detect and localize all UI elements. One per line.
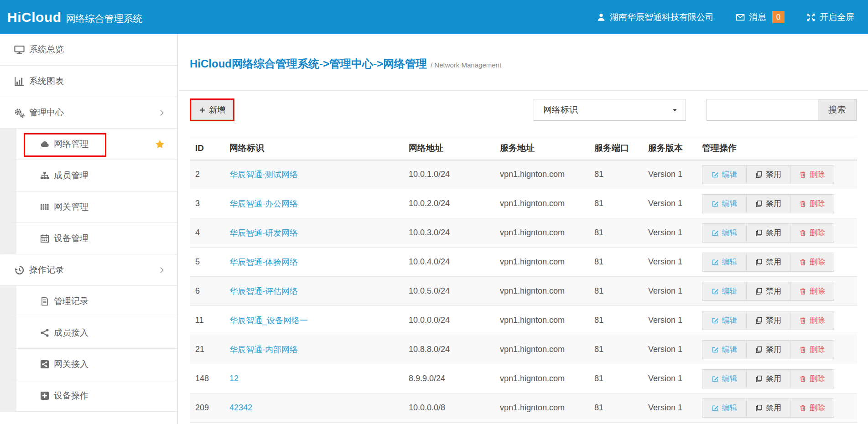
share-square-icon <box>40 360 49 369</box>
edit-button[interactable]: 编辑 <box>702 311 746 330</box>
disable-button[interactable]: 禁用 <box>746 282 790 300</box>
network-name-link[interactable]: 华辰智通-测试网络 <box>229 170 298 179</box>
logo-text: HiCloud <box>7 10 61 25</box>
caret-down-icon <box>671 107 678 114</box>
filter-select[interactable]: 网络标识 <box>534 99 686 121</box>
main-content: HiCloud网络综合管理系统->管理中心->网络管理 / Network Ma… <box>178 34 868 424</box>
disable-button[interactable]: 禁用 <box>746 311 790 330</box>
app-root: HiCloud 网络综合管理系统 湖南华辰智通科技有限公司 消息 0 开启全屏 … <box>0 0 868 424</box>
sidebar-item-label: 管理记录 <box>54 295 88 307</box>
disable-button[interactable]: 禁用 <box>746 224 790 242</box>
edit-button[interactable]: 编辑 <box>702 399 746 417</box>
grid-icon <box>40 202 49 212</box>
delete-button[interactable]: 删除 <box>790 165 834 184</box>
add-button[interactable]: 新增 <box>191 100 233 120</box>
edit-icon <box>712 171 719 178</box>
disable-button[interactable]: 禁用 <box>746 253 790 271</box>
edit-button[interactable]: 编辑 <box>702 370 746 388</box>
delete-button[interactable]: 删除 <box>790 282 834 300</box>
disable-button[interactable]: 禁用 <box>746 399 790 417</box>
network-name-link[interactable]: 华辰智通-评估网络 <box>229 287 298 296</box>
edit-button[interactable]: 编辑 <box>702 282 746 300</box>
sidebar-item-device-mgmt[interactable]: 设备管理 <box>0 223 177 254</box>
cell-service-port: 81 <box>594 218 648 248</box>
delete-button[interactable]: 删除 <box>790 370 834 388</box>
sidebar-item-label: 网关管理 <box>54 201 88 213</box>
cell-service-version: Version 1 <box>648 335 702 364</box>
disable-button[interactable]: 禁用 <box>746 165 790 184</box>
sidebar-item-system-overview[interactable]: 系统总览 <box>0 34 177 66</box>
network-name-link[interactable]: 华辰智通-内部网络 <box>229 345 298 354</box>
sidebar-item-admin-log[interactable]: 管理记录 <box>0 286 177 317</box>
row-actions: 编辑禁用删除 <box>702 253 834 272</box>
disable-button[interactable]: 禁用 <box>746 195 790 213</box>
system-name: 网络综合管理系统 <box>66 12 142 25</box>
search-input[interactable] <box>707 99 818 121</box>
column-header-5: 服务版本 <box>648 137 702 160</box>
row-actions: 编辑禁用删除 <box>702 165 834 184</box>
star-icon[interactable] <box>155 140 165 149</box>
delete-button[interactable]: 删除 <box>790 311 834 330</box>
sidebar-item-network-mgmt[interactable]: 网络管理 <box>0 129 177 160</box>
disable-button[interactable]: 禁用 <box>746 341 790 359</box>
cell-network-address: 10.0.4.0/24 <box>409 248 500 277</box>
search-button[interactable]: 搜索 <box>818 99 857 121</box>
column-header-1: 网络标识 <box>229 137 409 160</box>
sidebar-item-gateway-mgmt[interactable]: 网关管理 <box>0 191 177 223</box>
cell-network-address: 10.0.3.0/24 <box>409 218 500 248</box>
table-row: 5华辰智通-体验网络10.0.4.0/24vpn1.hignton.com81V… <box>190 248 857 277</box>
sidebar-item-operation-log[interactable]: 操作记录 <box>0 254 177 286</box>
cell-service-port: 81 <box>594 364 648 393</box>
edit-button[interactable]: 编辑 <box>702 224 746 242</box>
sidebar-item-admin-center[interactable]: 管理中心 <box>0 97 177 129</box>
network-name-link[interactable]: 12 <box>229 374 239 383</box>
trash-icon <box>799 404 806 412</box>
disable-button[interactable]: 禁用 <box>746 370 790 388</box>
sidebar-item-label: 成员管理 <box>54 170 88 181</box>
copy-icon <box>755 171 763 178</box>
plus-icon <box>199 107 206 114</box>
copy-icon <box>755 375 763 383</box>
edit-icon <box>712 375 719 383</box>
bar-chart-icon <box>14 76 25 87</box>
messages-menu[interactable]: 消息 0 <box>736 11 785 23</box>
fullscreen-toggle[interactable]: 开启全屏 <box>806 11 854 23</box>
cell-id: 6 <box>190 277 229 306</box>
sidebar-item-label: 操作记录 <box>29 264 64 276</box>
column-header-2: 网络地址 <box>409 137 500 160</box>
filter-selected-value: 网络标识 <box>543 104 578 116</box>
edit-button[interactable]: 编辑 <box>702 195 746 213</box>
row-actions: 编辑禁用删除 <box>702 311 834 330</box>
edit-button[interactable]: 编辑 <box>702 253 746 271</box>
search-area: 网络标识 搜索 <box>534 99 857 121</box>
messages-count-badge: 0 <box>772 11 785 23</box>
network-name-link[interactable]: 华辰智通-办公网络 <box>229 199 298 208</box>
company-menu[interactable]: 湖南华辰智通科技有限公司 <box>597 11 714 23</box>
sidebar-item-label: 设备操作 <box>54 390 88 402</box>
sidebar-item-gateway-access[interactable]: 网关接入 <box>0 349 177 380</box>
network-name-link[interactable]: 华辰智通_设备网络一 <box>229 316 308 325</box>
network-name-link[interactable]: 华辰智通-体验网络 <box>229 258 298 267</box>
cell-service-version: Version 1 <box>648 189 702 218</box>
network-name-link[interactable]: 42342 <box>229 403 252 412</box>
delete-button[interactable]: 删除 <box>790 253 834 271</box>
delete-button[interactable]: 删除 <box>790 195 834 213</box>
top-header: HiCloud 网络综合管理系统 湖南华辰智通科技有限公司 消息 0 开启全屏 <box>0 0 868 34</box>
sidebar-item-member-mgmt[interactable]: 成员管理 <box>0 160 177 191</box>
edit-button[interactable]: 编辑 <box>702 165 746 184</box>
delete-button[interactable]: 删除 <box>790 224 834 242</box>
delete-button[interactable]: 删除 <box>790 399 834 417</box>
table-row: 2华辰智通-测试网络10.0.1.0/24vpn1.hignton.com81V… <box>190 160 857 189</box>
delete-button[interactable]: 删除 <box>790 341 834 359</box>
sidebar-item-device-operation[interactable]: 设备操作 <box>0 380 177 412</box>
row-actions: 编辑禁用删除 <box>702 369 834 388</box>
trash-icon <box>799 171 806 178</box>
sidebar-item-system-charts[interactable]: 系统图表 <box>0 66 177 97</box>
edit-button[interactable]: 编辑 <box>702 341 746 359</box>
edit-icon <box>712 288 719 295</box>
network-name-link[interactable]: 华辰智通-研发网络 <box>229 228 298 238</box>
edit-icon <box>712 346 719 353</box>
sidebar-item-member-access[interactable]: 成员接入 <box>0 317 177 349</box>
add-button-label: 新增 <box>209 104 225 115</box>
sidebar: 系统总览系统图表管理中心网络管理成员管理网关管理设备管理操作记录管理记录成员接入… <box>0 34 178 424</box>
